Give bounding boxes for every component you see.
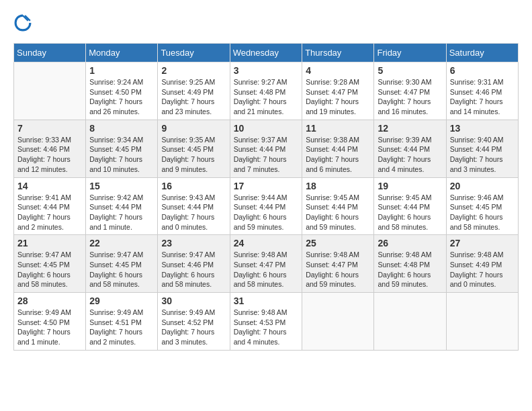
calendar-cell: 11Sunrise: 9:38 AMSunset: 4:44 PMDayligh…: [302, 120, 374, 177]
day-number: 24: [234, 238, 299, 248]
calendar-cell: 3Sunrise: 9:27 AMSunset: 4:48 PMDaylight…: [230, 62, 302, 120]
calendar-cell: 15Sunrise: 9:42 AMSunset: 4:44 PMDayligh…: [86, 177, 158, 235]
day-info: Sunrise: 9:31 AMSunset: 4:46 PMDaylight:…: [450, 77, 515, 117]
day-info: Sunrise: 9:24 AMSunset: 4:50 PMDaylight:…: [89, 77, 154, 117]
day-number: 23: [161, 238, 226, 248]
calendar-cell: 6Sunrise: 9:31 AMSunset: 4:46 PMDaylight…: [446, 62, 518, 120]
column-header-monday: Monday: [86, 44, 158, 62]
day-number: 3: [234, 65, 299, 76]
day-number: 29: [89, 295, 154, 306]
day-number: 5: [378, 65, 442, 76]
day-info: Sunrise: 9:28 AMSunset: 4:47 PMDaylight:…: [306, 77, 370, 117]
day-info: Sunrise: 9:33 AMSunset: 4:46 PMDaylight:…: [17, 135, 82, 175]
calendar-cell: 24Sunrise: 9:48 AMSunset: 4:47 PMDayligh…: [230, 235, 302, 293]
calendar-cell: 30Sunrise: 9:49 AMSunset: 4:52 PMDayligh…: [158, 293, 230, 351]
calendar-cell: 27Sunrise: 9:48 AMSunset: 4:49 PMDayligh…: [446, 235, 518, 293]
logo-icon: [13, 13, 32, 32]
calendar: SundayMondayTuesdayWednesdayThursdayFrid…: [13, 43, 519, 351]
day-number: 20: [450, 181, 515, 191]
calendar-week-row: 14Sunrise: 9:41 AMSunset: 4:44 PMDayligh…: [14, 177, 519, 235]
day-number: 4: [306, 65, 370, 76]
day-number: 12: [378, 123, 442, 134]
day-info: Sunrise: 9:47 AMSunset: 4:46 PMDaylight:…: [161, 250, 226, 289]
day-number: 22: [89, 238, 154, 248]
day-number: 30: [161, 295, 226, 306]
day-info: Sunrise: 9:37 AMSunset: 4:44 PMDaylight:…: [234, 135, 299, 175]
calendar-cell: 7Sunrise: 9:33 AMSunset: 4:46 PMDaylight…: [14, 120, 86, 177]
day-number: 13: [450, 123, 515, 134]
calendar-cell: 12Sunrise: 9:39 AMSunset: 4:44 PMDayligh…: [374, 120, 446, 177]
calendar-cell: 22Sunrise: 9:47 AMSunset: 4:45 PMDayligh…: [86, 235, 158, 293]
day-number: 26: [378, 238, 442, 248]
day-info: Sunrise: 9:30 AMSunset: 4:47 PMDaylight:…: [378, 77, 442, 117]
day-number: 18: [306, 181, 370, 191]
calendar-cell: 9Sunrise: 9:35 AMSunset: 4:45 PMDaylight…: [158, 120, 230, 177]
calendar-cell: 14Sunrise: 9:41 AMSunset: 4:44 PMDayligh…: [14, 177, 86, 235]
day-number: 9: [161, 123, 226, 134]
day-number: 7: [17, 123, 82, 134]
day-info: Sunrise: 9:45 AMSunset: 4:44 PMDaylight:…: [306, 193, 370, 232]
day-info: Sunrise: 9:48 AMSunset: 4:53 PMDaylight:…: [234, 308, 299, 347]
calendar-cell: [446, 293, 518, 351]
calendar-cell: 1Sunrise: 9:24 AMSunset: 4:50 PMDaylight…: [86, 62, 158, 120]
day-info: Sunrise: 9:47 AMSunset: 4:45 PMDaylight:…: [17, 250, 82, 289]
page-header: [13, 13, 519, 32]
calendar-cell: 16Sunrise: 9:43 AMSunset: 4:44 PMDayligh…: [158, 177, 230, 235]
day-info: Sunrise: 9:49 AMSunset: 4:50 PMDaylight:…: [17, 308, 82, 347]
day-info: Sunrise: 9:39 AMSunset: 4:44 PMDaylight:…: [378, 135, 442, 175]
calendar-cell: 18Sunrise: 9:45 AMSunset: 4:44 PMDayligh…: [302, 177, 374, 235]
day-info: Sunrise: 9:34 AMSunset: 4:45 PMDaylight:…: [89, 135, 154, 175]
calendar-cell: 2Sunrise: 9:25 AMSunset: 4:49 PMDaylight…: [158, 62, 230, 120]
day-number: 6: [450, 65, 515, 76]
day-info: Sunrise: 9:49 AMSunset: 4:51 PMDaylight:…: [89, 308, 154, 347]
day-info: Sunrise: 9:48 AMSunset: 4:49 PMDaylight:…: [450, 250, 515, 289]
day-info: Sunrise: 9:49 AMSunset: 4:52 PMDaylight:…: [161, 308, 226, 347]
day-info: Sunrise: 9:27 AMSunset: 4:48 PMDaylight:…: [234, 77, 299, 117]
day-number: 17: [234, 181, 299, 191]
day-info: Sunrise: 9:40 AMSunset: 4:44 PMDaylight:…: [450, 135, 515, 175]
day-number: 16: [161, 181, 226, 191]
day-number: 1: [89, 65, 154, 76]
calendar-cell: 20Sunrise: 9:46 AMSunset: 4:45 PMDayligh…: [446, 177, 518, 235]
calendar-cell: 29Sunrise: 9:49 AMSunset: 4:51 PMDayligh…: [86, 293, 158, 351]
day-info: Sunrise: 9:25 AMSunset: 4:49 PMDaylight:…: [161, 77, 226, 117]
day-number: 19: [378, 181, 442, 191]
day-number: 2: [161, 65, 226, 76]
day-info: Sunrise: 9:45 AMSunset: 4:44 PMDaylight:…: [378, 193, 442, 232]
calendar-cell: 4Sunrise: 9:28 AMSunset: 4:47 PMDaylight…: [302, 62, 374, 120]
day-number: 15: [89, 181, 154, 191]
calendar-cell: 10Sunrise: 9:37 AMSunset: 4:44 PMDayligh…: [230, 120, 302, 177]
day-info: Sunrise: 9:48 AMSunset: 4:47 PMDaylight:…: [234, 250, 299, 289]
calendar-week-row: 1Sunrise: 9:24 AMSunset: 4:50 PMDaylight…: [14, 62, 519, 120]
day-number: 25: [306, 238, 370, 248]
calendar-cell: 25Sunrise: 9:48 AMSunset: 4:47 PMDayligh…: [302, 235, 374, 293]
column-header-thursday: Thursday: [302, 44, 374, 62]
logo: [13, 13, 35, 32]
day-info: Sunrise: 9:44 AMSunset: 4:44 PMDaylight:…: [234, 193, 299, 232]
day-number: 10: [234, 123, 299, 134]
column-header-sunday: Sunday: [14, 44, 86, 62]
day-info: Sunrise: 9:48 AMSunset: 4:47 PMDaylight:…: [306, 250, 370, 289]
calendar-cell: 26Sunrise: 9:48 AMSunset: 4:48 PMDayligh…: [374, 235, 446, 293]
calendar-cell: 5Sunrise: 9:30 AMSunset: 4:47 PMDaylight…: [374, 62, 446, 120]
calendar-cell: 21Sunrise: 9:47 AMSunset: 4:45 PMDayligh…: [14, 235, 86, 293]
calendar-cell: [14, 62, 86, 120]
calendar-week-row: 7Sunrise: 9:33 AMSunset: 4:46 PMDaylight…: [14, 120, 519, 177]
day-number: 11: [306, 123, 370, 134]
day-number: 31: [234, 295, 299, 306]
calendar-cell: 8Sunrise: 9:34 AMSunset: 4:45 PMDaylight…: [86, 120, 158, 177]
day-number: 27: [450, 238, 515, 248]
calendar-cell: 17Sunrise: 9:44 AMSunset: 4:44 PMDayligh…: [230, 177, 302, 235]
calendar-cell: 23Sunrise: 9:47 AMSunset: 4:46 PMDayligh…: [158, 235, 230, 293]
day-number: 28: [17, 295, 82, 306]
day-info: Sunrise: 9:41 AMSunset: 4:44 PMDaylight:…: [17, 193, 82, 232]
calendar-cell: 31Sunrise: 9:48 AMSunset: 4:53 PMDayligh…: [230, 293, 302, 351]
calendar-header-row: SundayMondayTuesdayWednesdayThursdayFrid…: [14, 44, 519, 62]
day-info: Sunrise: 9:42 AMSunset: 4:44 PMDaylight:…: [89, 193, 154, 232]
day-info: Sunrise: 9:38 AMSunset: 4:44 PMDaylight:…: [306, 135, 370, 175]
day-number: 14: [17, 181, 82, 191]
day-info: Sunrise: 9:47 AMSunset: 4:45 PMDaylight:…: [89, 250, 154, 289]
day-number: 21: [17, 238, 82, 248]
calendar-cell: 19Sunrise: 9:45 AMSunset: 4:44 PMDayligh…: [374, 177, 446, 235]
day-number: 8: [89, 123, 154, 134]
